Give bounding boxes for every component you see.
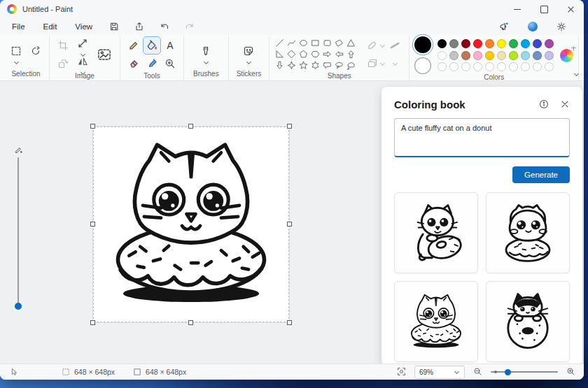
shape-heart-icon[interactable] — [274, 71, 285, 73]
shape-rectangle-icon[interactable] — [310, 38, 321, 48]
color-swatch[interactable] — [533, 39, 542, 48]
selection-handle[interactable] — [287, 320, 292, 325]
redo-button[interactable] — [180, 20, 200, 34]
color-swatch-empty[interactable] — [473, 62, 482, 71]
ribbon-collapse-chevron-icon[interactable] — [573, 72, 580, 76]
selection-dropdown-chevron-icon[interactable] — [13, 60, 20, 64]
crop-icon[interactable] — [55, 37, 71, 54]
color-swatch[interactable] — [473, 39, 482, 48]
color-swatch[interactable] — [497, 39, 506, 48]
color-swatch[interactable] — [497, 51, 506, 60]
select-freeform-icon[interactable] — [27, 43, 44, 59]
foreground-color-swatch[interactable] — [414, 36, 431, 53]
text-tool-icon[interactable]: A — [162, 37, 178, 54]
background-color-swatch[interactable] — [414, 57, 431, 74]
flip-icon[interactable] — [74, 53, 91, 70]
color-swatch-empty[interactable] — [438, 62, 447, 71]
selection-handle[interactable] — [188, 320, 193, 325]
size-slider-thumb[interactable] — [15, 303, 22, 310]
magnifier-tool-icon[interactable] — [162, 55, 178, 72]
color-swatch[interactable] — [521, 39, 530, 48]
color-swatch[interactable] — [461, 39, 470, 48]
size-slider[interactable] — [10, 145, 26, 310]
shape-callout-oval-icon[interactable] — [334, 60, 344, 71]
shape-fill-icon[interactable] — [362, 55, 383, 72]
shape-triangle-icon[interactable] — [346, 38, 356, 48]
shape-arrow-down-icon[interactable] — [274, 60, 285, 71]
color-swatch[interactable] — [509, 39, 518, 48]
resize-icon[interactable] — [74, 35, 91, 52]
color-swatch-empty[interactable] — [497, 62, 506, 71]
result-thumbnail-3[interactable] — [394, 281, 478, 362]
eyedropper-tool-icon[interactable] — [144, 55, 160, 72]
size-slider-track[interactable] — [18, 157, 19, 304]
color-swatch[interactable] — [545, 39, 554, 48]
color-swatch[interactable] — [449, 39, 458, 48]
color-swatch-empty[interactable] — [509, 62, 518, 71]
result-thumbnail-2[interactable] — [486, 192, 570, 273]
shape-star-six-icon[interactable] — [310, 60, 321, 71]
canvas[interactable] — [93, 127, 289, 322]
shape-diamond-icon[interactable] — [286, 49, 297, 59]
stickers-icon[interactable] — [240, 43, 257, 59]
stroke-width-icon[interactable] — [386, 37, 403, 54]
color-swatch[interactable] — [473, 51, 482, 60]
stickers-dropdown-chevron-icon[interactable] — [245, 60, 252, 64]
color-swatch-empty[interactable] — [461, 62, 470, 71]
result-thumbnail-4[interactable] — [486, 281, 570, 362]
color-swatch-empty[interactable] — [533, 62, 542, 71]
select-rectangle-icon[interactable] — [8, 43, 24, 59]
color-swatch[interactable] — [485, 51, 494, 60]
maximize-button[interactable] — [531, 0, 557, 18]
shape-arrow-left-icon[interactable] — [334, 49, 344, 59]
save-button[interactable] — [104, 20, 124, 34]
color-swatch[interactable] — [545, 51, 554, 60]
info-icon[interactable] — [539, 99, 549, 109]
color-swatch[interactable] — [449, 51, 458, 60]
color-swatch-empty[interactable] — [485, 62, 494, 71]
edit-colors-icon[interactable] — [560, 49, 573, 62]
shape-arrow-up-icon[interactable] — [346, 49, 356, 59]
flip-dropdown-chevron-icon[interactable] — [79, 71, 86, 75]
account-icon[interactable] — [528, 22, 538, 31]
zoom-level-select[interactable]: 69% — [414, 366, 465, 379]
shape-arrow-right-icon[interactable] — [322, 49, 332, 59]
color-swatch[interactable] — [533, 51, 542, 60]
panel-close-icon[interactable] — [560, 99, 570, 109]
zoom-slider[interactable] — [491, 371, 558, 373]
share-icon[interactable] — [130, 20, 149, 34]
color-swatch[interactable] — [438, 39, 447, 48]
brushes-icon[interactable] — [197, 43, 214, 59]
shape-oval-icon[interactable] — [298, 38, 309, 48]
color-swatch-empty[interactable] — [521, 62, 530, 71]
shape-right-triangle-icon[interactable] — [274, 49, 285, 59]
color-swatch[interactable] — [461, 51, 470, 60]
result-thumbnail-1[interactable] — [394, 192, 478, 273]
selection-handle[interactable] — [287, 222, 292, 227]
color-swatch-empty[interactable] — [545, 62, 554, 71]
shape-outline-icon[interactable] — [362, 37, 383, 54]
shape-star-five-icon[interactable] — [298, 60, 309, 71]
color-swatch[interactable] — [438, 51, 447, 60]
selection-handle[interactable] — [90, 320, 95, 325]
selection-handle[interactable] — [90, 222, 95, 227]
menu-edit[interactable]: Edit — [34, 20, 66, 34]
shape-line-icon[interactable] — [274, 38, 285, 48]
stroke-dropdown-chevron-icon[interactable] — [391, 62, 398, 66]
menu-file[interactable]: File — [3, 20, 34, 34]
generate-button[interactable]: Generate — [512, 166, 570, 183]
image-creator-icon[interactable] — [94, 44, 115, 65]
fit-to-screen-icon[interactable] — [397, 367, 406, 378]
zoom-slider-thumb[interactable] — [505, 369, 511, 375]
pencil-tool-icon[interactable] — [125, 37, 142, 54]
minimize-button[interactable] — [504, 0, 531, 18]
color-swatch[interactable] — [485, 39, 494, 48]
shape-polygon-icon[interactable] — [334, 38, 344, 48]
close-button[interactable] — [557, 0, 584, 18]
feedback-icon[interactable] — [494, 20, 514, 34]
shape-rounded-rectangle-icon[interactable] — [322, 38, 332, 48]
brushes-dropdown-chevron-icon[interactable] — [202, 60, 209, 64]
shape-pentagon-icon[interactable] — [298, 49, 309, 59]
undo-button[interactable] — [155, 20, 174, 34]
prompt-input[interactable]: A cute fluffy cat on a donut — [394, 118, 570, 157]
